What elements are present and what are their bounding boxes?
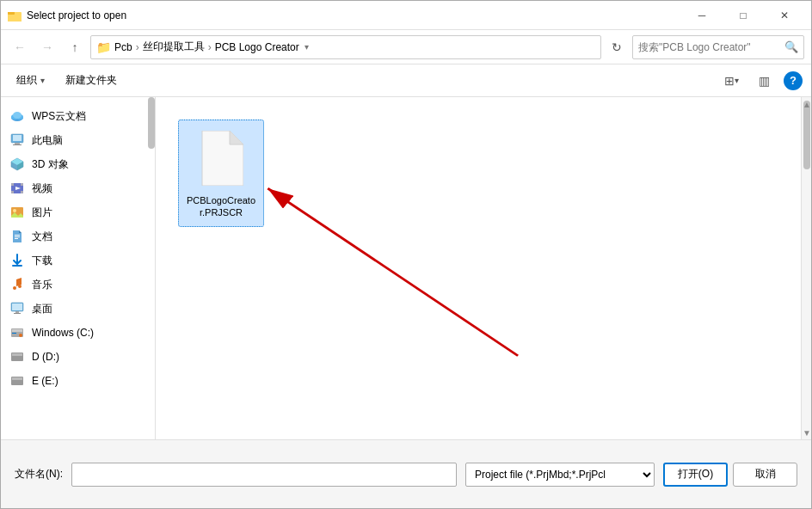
organize-label: 组织	[16, 73, 37, 88]
path-creator: PCB Logo Creator	[215, 41, 299, 53]
svg-rect-8	[13, 135, 22, 141]
file-name-pcblogocreator: PCBLogoCreator.PRJSCR	[186, 194, 256, 219]
refresh-button[interactable]: ↻	[605, 35, 629, 59]
sidebar-item-wps[interactable]: WPS云文档	[1, 104, 155, 128]
thispc-label: 此电脑	[32, 133, 63, 148]
sidebar-item-d-drive[interactable]: D (D:)	[1, 345, 155, 369]
filename-label: 文件名(N):	[15, 467, 63, 481]
cancel-button[interactable]: 取消	[733, 463, 797, 487]
svg-line-42	[268, 188, 518, 356]
address-path[interactable]: 📁 Pcb › 丝印提取工具 › PCB Logo Creator ▾	[90, 35, 601, 59]
svg-rect-9	[15, 143, 20, 144]
filename-input[interactable]	[71, 463, 457, 487]
folder-icon-sm: 📁	[96, 40, 111, 54]
sidebar: WPS云文档 此电脑	[1, 97, 156, 439]
new-folder-button[interactable]: 新建文件夹	[58, 69, 124, 93]
file-item-pcblogocreator[interactable]: PCBLogoCreator.PRJSCR	[178, 120, 264, 227]
svg-rect-38	[12, 353, 22, 356]
open-button[interactable]: 打开(O)	[663, 463, 728, 487]
svg-rect-18	[21, 191, 23, 193]
sidebar-item-thispc[interactable]: 此电脑	[1, 128, 155, 152]
svg-rect-26	[12, 265, 22, 267]
sidebar-item-pictures[interactable]: 图片	[1, 200, 155, 224]
sidebar-item-windows-c[interactable]: Windows (C:)	[1, 321, 155, 345]
drive-d-icon	[9, 349, 25, 365]
panel-icon: ▥	[759, 74, 770, 88]
file-area: ▼ ▲ PCBLogoCreator.PRJSCR	[156, 97, 811, 439]
window-controls: ─ □ ✕	[682, 3, 804, 28]
music-icon	[9, 277, 25, 292]
action-buttons: 打开(O) 取消	[663, 463, 797, 487]
computer-icon	[9, 132, 25, 148]
sidebar-item-3dobjects[interactable]: 3D 对象	[1, 152, 155, 176]
back-button[interactable]: ←	[8, 35, 32, 59]
film-icon	[9, 181, 25, 196]
svg-rect-40	[12, 377, 22, 380]
organize-chevron: ▾	[40, 76, 45, 85]
sidebar-item-downloads[interactable]: 下载	[1, 248, 155, 273]
desktop-label: 桌面	[32, 302, 52, 316]
sidebar-item-documents[interactable]: 文档	[1, 224, 155, 248]
sidebar-item-e-drive[interactable]: E (E:)	[1, 369, 155, 393]
forward-button[interactable]: →	[35, 35, 59, 59]
sidebar-item-video[interactable]: 视频	[1, 176, 155, 200]
drive-c-icon	[9, 325, 25, 340]
svg-rect-34	[12, 329, 22, 332]
svg-point-27	[13, 286, 16, 290]
e-drive-label: E (E:)	[32, 375, 58, 387]
svg-rect-15	[11, 183, 14, 186]
main-content: WPS云文档 此电脑	[1, 97, 811, 439]
image-icon	[9, 205, 25, 220]
view-chevron-icon: ▾	[735, 76, 739, 85]
video-label: 视频	[32, 181, 52, 196]
close-button[interactable]: ✕	[765, 3, 804, 28]
up-button[interactable]: ↑	[63, 35, 87, 59]
address-bar: ← → ↑ 📁 Pcb › 丝印提取工具 › PCB Logo Creator …	[1, 30, 811, 64]
svg-rect-35	[12, 333, 16, 334]
toolbar: 组织 ▾ 新建文件夹 ⊞ ▾ ▥ ?	[1, 64, 811, 97]
search-input[interactable]	[638, 41, 781, 53]
desktop-icon	[9, 301, 25, 316]
svg-rect-17	[11, 191, 14, 193]
svg-rect-16	[21, 183, 23, 186]
help-icon: ?	[790, 74, 797, 87]
svg-point-21	[13, 209, 16, 212]
view-toggle-button[interactable]: ⊞ ▾	[718, 69, 744, 93]
sidebar-item-music[interactable]: 音乐	[1, 273, 155, 297]
music-label: 音乐	[32, 278, 52, 292]
maximize-button[interactable]: □	[723, 3, 763, 28]
path-tool: 丝印提取工具	[143, 40, 205, 54]
filetype-select[interactable]: Project file (*.PrjMbd;*.PrjPcl	[465, 463, 655, 487]
folder-icon	[8, 9, 22, 22]
view-icon: ⊞	[724, 74, 735, 88]
svg-rect-31	[15, 311, 19, 313]
svg-rect-2	[8, 12, 15, 15]
new-folder-label: 新建文件夹	[65, 73, 117, 88]
cloud-icon	[9, 108, 25, 124]
svg-rect-10	[13, 144, 22, 145]
svg-rect-24	[15, 236, 20, 237]
svg-rect-23	[15, 235, 20, 236]
search-box[interactable]: 🔍	[632, 35, 804, 59]
svg-rect-30	[12, 304, 22, 310]
pictures-label: 图片	[32, 205, 52, 220]
organize-button[interactable]: 组织 ▾	[9, 69, 52, 93]
file-icon	[194, 127, 249, 189]
sidebar-item-desktop[interactable]: 桌面	[1, 297, 155, 321]
help-button[interactable]: ?	[784, 71, 803, 90]
svg-point-28	[18, 285, 22, 288]
drive-e-icon	[9, 373, 25, 389]
svg-point-36	[19, 334, 22, 337]
cube-icon	[9, 156, 25, 172]
d-drive-label: D (D:)	[32, 351, 59, 363]
panel-button[interactable]: ▥	[751, 69, 777, 93]
search-icon[interactable]: 🔍	[784, 40, 798, 53]
svg-rect-32	[14, 313, 21, 314]
3dobjects-label: 3D 对象	[32, 157, 69, 172]
minimize-button[interactable]: ─	[682, 3, 722, 28]
title-bar: Select project to open ─ □ ✕	[1, 1, 811, 30]
svg-point-6	[13, 112, 22, 119]
documents-label: 文档	[32, 230, 52, 244]
download-icon	[9, 253, 25, 268]
svg-rect-25	[15, 238, 18, 239]
